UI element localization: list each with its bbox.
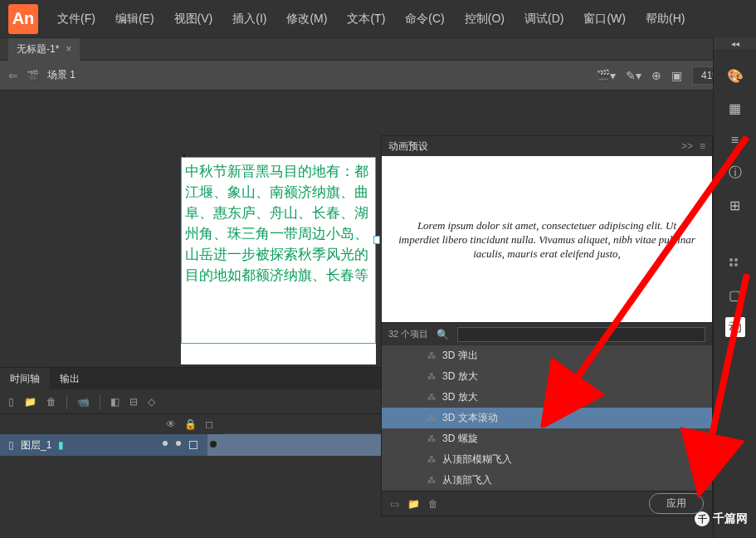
app-logo: An: [8, 4, 38, 34]
panel-footer: ▭ 📁 🗑 应用: [382, 491, 712, 516]
watermark-icon: 千: [695, 511, 710, 526]
tree-icon[interactable]: ⊟: [129, 396, 138, 408]
preset-search-bar: 32 个项目 🔍: [382, 322, 712, 345]
paint-icon[interactable]: ✎▾: [626, 69, 641, 82]
preset-item[interactable]: ⁂从顶部模糊飞入: [382, 449, 712, 470]
preset-item[interactable]: ⁂3D 放大: [382, 366, 712, 387]
menu-edit[interactable]: 编辑(E): [109, 7, 161, 31]
menu-control[interactable]: 控制(O): [458, 7, 511, 31]
expand-arrow-icon[interactable]: ◂◂: [714, 37, 756, 49]
clapper-icon[interactable]: 🎬▾: [596, 69, 616, 82]
expand-icon[interactable]: >>: [681, 140, 693, 152]
panel-header[interactable]: 动画预设 >> ≡: [382, 136, 712, 156]
lock-icon[interactable]: 🔒: [184, 418, 197, 430]
preset-item-selected[interactable]: ⁂3D 文本滚动: [382, 408, 712, 428]
main-menu: 文件(F) 编辑(E) 视图(V) 插入(I) 修改(M) 文本(T) 命令(C…: [51, 7, 691, 31]
onion-icon[interactable]: ◧: [110, 396, 119, 408]
preset-label: 3D 文本滚动: [442, 411, 498, 425]
preset-icon: ⁂: [427, 393, 436, 402]
document-tab[interactable]: 无标题-1* ×: [8, 38, 80, 61]
preset-label: 3D 放大: [442, 369, 478, 384]
preset-icon: ⁂: [427, 413, 436, 423]
tab-timeline[interactable]: 时间轴: [0, 368, 50, 390]
dots-icon[interactable]: [725, 252, 745, 272]
preset-label: 从顶部飞入: [442, 473, 492, 487]
marker-icon[interactable]: ◇: [148, 396, 155, 408]
preset-icon: ⁂: [427, 476, 436, 485]
library-icon[interactable]: ▢: [725, 285, 745, 305]
scene-name: 场景 1: [47, 68, 76, 82]
back-icon[interactable]: ⇐: [8, 69, 18, 82]
preset-label: 3D 螺旋: [442, 432, 478, 446]
scene-icon: 🎬: [27, 70, 39, 81]
camera-icon[interactable]: 📹: [77, 396, 90, 408]
layer-name: 图层_1: [21, 438, 51, 452]
preset-label: 3D 弹出: [442, 349, 478, 363]
search-input[interactable]: [457, 327, 705, 342]
new-folder-icon[interactable]: 📁: [24, 396, 37, 408]
preview-text: Lorem ipsum dolor sit amet, consectetuer…: [398, 218, 695, 261]
preset-preview: Lorem ipsum dolor sit amet, consectetuer…: [382, 156, 712, 322]
watermark: 千 千篇网: [695, 511, 748, 526]
menu-file[interactable]: 文件(F): [51, 7, 102, 31]
menu-modify[interactable]: 修改(M): [280, 7, 334, 31]
preset-item[interactable]: ⁂3D 弹出: [382, 345, 712, 366]
transform-icon[interactable]: ⊞: [725, 195, 745, 215]
preset-item[interactable]: ⁂从顶部飞入: [382, 470, 712, 491]
grid-icon[interactable]: ▦: [725, 98, 745, 118]
menu-help[interactable]: 帮助(H): [639, 7, 691, 31]
panel-title: 动画预设: [388, 139, 428, 154]
preset-item[interactable]: ⁂3D 螺旋: [382, 428, 712, 449]
preset-icon: ⁂: [427, 351, 436, 360]
align-icon[interactable]: ≡: [725, 130, 745, 150]
menu-window[interactable]: 窗口(W): [577, 7, 632, 31]
right-toolbar: ◂◂ 🎨 ▦ ≡ ⓘ ⊞ ▢ 动: [713, 37, 756, 538]
text-content[interactable]: 中秋节新晋黑马目的地有：都江堰、象山、南额济纳旗、曲阜、惠东庐、舟山、长春、湖州…: [181, 157, 376, 290]
preset-icon: ⁂: [427, 434, 436, 443]
visibility-toggle[interactable]: [163, 441, 168, 446]
menu-view[interactable]: 视图(V): [168, 7, 220, 31]
keyframe[interactable]: [210, 441, 217, 448]
lock-toggle[interactable]: [176, 441, 181, 446]
outline-icon[interactable]: ◻: [205, 418, 213, 430]
preset-label: 从顶部模糊飞入: [442, 452, 512, 467]
document-title: 无标题-1*: [17, 42, 59, 56]
new-layer-icon[interactable]: ▯: [8, 396, 14, 408]
layer-marker-icon: ▮: [58, 439, 64, 451]
trash-icon[interactable]: 🗑: [428, 498, 438, 510]
top-menu-bar: An 文件(F) 编辑(E) 视图(V) 插入(I) 修改(M) 文本(T) 命…: [0, 0, 756, 37]
preset-list: ⁂3D 弹出 ⁂3D 放大 ⁂3D 放大 ⁂3D 文本滚动 ⁂3D 螺旋 ⁂从顶…: [382, 345, 712, 491]
trash-icon[interactable]: 🗑: [46, 396, 56, 408]
center-icon[interactable]: ⊕: [651, 69, 661, 82]
preset-label: 3D 放大: [442, 390, 478, 404]
menu-insert[interactable]: 插入(I): [226, 7, 273, 31]
menu-command[interactable]: 命令(C): [398, 7, 451, 31]
folder-icon[interactable]: 📁: [407, 498, 420, 510]
search-icon: 🔍: [437, 329, 449, 340]
menu-text[interactable]: 文本(T): [340, 7, 392, 31]
info-icon[interactable]: ⓘ: [725, 163, 745, 183]
tab-output[interactable]: 输出: [50, 368, 90, 390]
preset-icon: ⁂: [427, 372, 436, 381]
menu-debug[interactable]: 调试(D): [518, 7, 570, 31]
stage[interactable]: 中秋节新晋黑马目的地有：都江堰、象山、南额济纳旗、曲阜、惠东庐、舟山、长春、湖州…: [181, 157, 376, 364]
text-resize-handle[interactable]: [373, 236, 380, 244]
animation-presets-panel: 动画预设 >> ≡ Lorem ipsum dolor sit amet, co…: [381, 135, 713, 516]
preset-icon: ⁂: [427, 455, 436, 464]
panel-menu-icon[interactable]: ≡: [700, 140, 705, 152]
fit-icon[interactable]: ▣: [671, 69, 682, 82]
preset-item[interactable]: ⁂3D 放大: [382, 387, 712, 408]
palette-icon[interactable]: 🎨: [725, 66, 745, 86]
tooltip-label: 动: [725, 317, 745, 337]
outline-toggle[interactable]: [189, 441, 198, 449]
close-icon[interactable]: ×: [66, 43, 71, 55]
new-folder-icon[interactable]: ▭: [390, 498, 399, 510]
watermark-text: 千篇网: [713, 511, 748, 526]
item-count: 32 个项目: [388, 328, 428, 340]
eye-icon[interactable]: 👁: [166, 418, 176, 430]
layer-type-icon: ▯: [8, 439, 14, 451]
scene-toolbar: ⇐ 🎬 场景 1 🎬▾ ✎▾ ⊕ ▣ 41% ˅: [0, 61, 756, 90]
document-tabs: 无标题-1* × ≡: [0, 37, 756, 61]
